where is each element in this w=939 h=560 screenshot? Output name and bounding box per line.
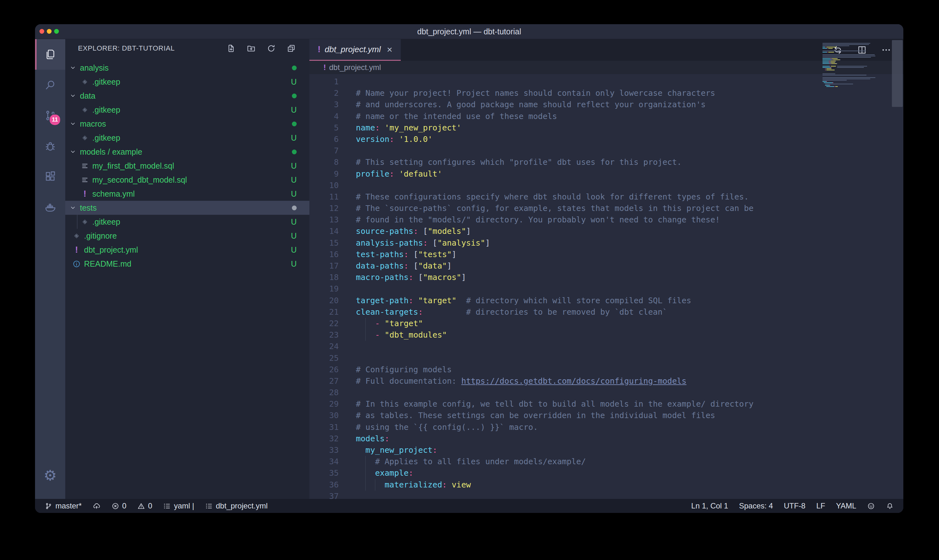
code-line-24[interactable]: 24 [309, 341, 904, 352]
code-token [394, 169, 399, 178]
tree-item-models-example[interactable]: models / example [65, 145, 309, 159]
code-line-32[interactable]: 32models: [309, 433, 904, 445]
code-line-28[interactable]: 28 [309, 387, 904, 398]
tree-item-gitkeep[interactable]: .gitkeepU [65, 75, 309, 89]
code-line-5[interactable]: 5name: 'my_new_project' [309, 122, 904, 134]
status-yaml-outline[interactable]: yaml | [163, 502, 194, 510]
code-line-16[interactable]: 16test-paths: ["tests"] [309, 249, 904, 260]
activity-item-source-control[interactable]: 11 [35, 100, 65, 131]
status-publish-changes[interactable] [92, 502, 101, 510]
activity-item-extensions[interactable] [35, 161, 65, 192]
code-line-19[interactable]: 19 [309, 283, 904, 295]
new-folder-button[interactable] [246, 44, 256, 53]
code-line-11[interactable]: 11# These configurations specify where d… [309, 191, 904, 203]
code-line-10[interactable]: 10 [309, 180, 904, 191]
editor-scrollbar-thumb[interactable] [892, 40, 903, 107]
activity-item-explorer[interactable] [35, 39, 65, 70]
status-eol[interactable]: LF [816, 502, 825, 510]
status-cursor-position[interactable]: Ln 1, Col 1 [691, 502, 728, 510]
code-editor[interactable]: 12# Name your project! Project names sho… [309, 74, 904, 499]
tree-item-gitkeep[interactable]: .gitkeepU [65, 103, 309, 117]
code-line-15[interactable]: 15analysis-paths: ["analysis"] [309, 237, 904, 249]
tree-item-data[interactable]: data [65, 89, 309, 103]
code-line-30[interactable]: 30# as tables. These settings can be ove… [309, 410, 904, 421]
code-line-1[interactable]: 1 [309, 76, 904, 88]
status-language-mode[interactable]: YAML [836, 502, 856, 510]
code-line-36[interactable]: 36 materialized: view [309, 479, 904, 491]
code-token: - [375, 319, 380, 328]
refresh-explorer-button[interactable] [266, 44, 276, 53]
minimap-line [822, 47, 890, 48]
code-line-34[interactable]: 34 # Applies to all files under models/e… [309, 456, 904, 468]
code-line-6[interactable]: 6version: '1.0.0' [309, 134, 904, 145]
git-status: U [291, 77, 297, 86]
code-line-33[interactable]: 33 my_new_project: [309, 445, 904, 456]
activity-item-docker[interactable] [35, 192, 65, 222]
tree-item-gitignore[interactable]: .gitignoreU [65, 229, 309, 243]
code-line-23[interactable]: 23 - "dbt_modules" [309, 329, 904, 341]
activity-item-run-debug[interactable] [35, 131, 65, 161]
code-line-9[interactable]: 9profile: 'default' [309, 168, 904, 180]
code-line-21[interactable]: 21clean-targets: # directories to be rem… [309, 306, 904, 318]
tab-bar: ! dbt_project.yml × [309, 39, 904, 61]
code-line-17[interactable]: 17data-paths: ["data"] [309, 260, 904, 272]
code-line-35[interactable]: 35 example: [309, 468, 904, 479]
tree-item-my-first-dbt-model-sql[interactable]: my_first_dbt_model.sqlU [65, 159, 309, 173]
status-active-file-outline-label: dbt_project.yml [216, 502, 268, 510]
status-active-file-outline[interactable]: dbt_project.yml [205, 502, 268, 510]
tree-item-readme-md[interactable]: README.mdU [65, 257, 309, 271]
titlebar[interactable]: dbt_project.yml — dbt-tutorial [35, 24, 904, 39]
code-link[interactable]: https://docs.getdbt.com/docs/configuring… [461, 376, 686, 386]
status-bar-left: master*00yaml |dbt_project.yml [45, 502, 268, 510]
tree-item-my-second-dbt-model-sql[interactable]: my_second_dbt_model.sqlU [65, 173, 309, 187]
tab-dbt-project-yml[interactable]: ! dbt_project.yml × [309, 39, 401, 61]
minimize-window-button[interactable] [47, 29, 52, 34]
activity-item-search[interactable] [35, 70, 65, 100]
code-line-29[interactable]: 29# In this example config, we tell dbt … [309, 398, 904, 410]
code-line-14[interactable]: 14source-paths: ["models"] [309, 226, 904, 237]
close-tab-icon[interactable]: × [387, 44, 393, 55]
new-file-button[interactable] [226, 44, 236, 53]
chevron-down-icon [69, 204, 77, 212]
chevron-down-icon [69, 92, 77, 100]
code-line-18[interactable]: 18macro-paths: ["macros"] [309, 272, 904, 283]
code-line-13[interactable]: 13# found in the "models/" directory. Yo… [309, 214, 904, 226]
status-errors[interactable]: 0 [111, 502, 126, 510]
status-notifications[interactable] [886, 502, 894, 510]
code-line-26[interactable]: 26# Configuring models [309, 364, 904, 375]
code-line-27[interactable]: 27# Full documentation: https://docs.get… [309, 375, 904, 387]
tree-item-analysis[interactable]: analysis [65, 61, 309, 75]
activity-item-settings[interactable]: ⚙ [35, 460, 65, 491]
tree-item-schema-yml[interactable]: !schema.ymlU [65, 187, 309, 201]
code-line-3[interactable]: 3# and underscores. A good package name … [309, 99, 904, 111]
code-line-7[interactable]: 7 [309, 145, 904, 157]
code-line-12[interactable]: 12# The `source-paths` config, for examp… [309, 203, 904, 214]
code-line-2[interactable]: 2# Name your project! Project names shou… [309, 88, 904, 99]
code-line-31[interactable]: 31# using the `{{ config(...) }}` macro. [309, 422, 904, 433]
tree-item-gitkeep[interactable]: .gitkeepU [65, 215, 309, 229]
code-line-8[interactable]: 8# This setting configures which "profil… [309, 157, 904, 168]
status-encoding[interactable]: UTF-8 [784, 502, 805, 510]
status-git-branch[interactable]: master* [45, 502, 82, 510]
code-line-4[interactable]: 4# name or the intended use of these mod… [309, 111, 904, 122]
collapse-folders-button[interactable] [286, 44, 296, 53]
line-number: 13 [309, 214, 339, 226]
breadcrumb[interactable]: ! dbt_project.yml [309, 61, 904, 74]
code-line-22[interactable]: 22 - "target" [309, 318, 904, 329]
tree-item-dbt-project-yml[interactable]: !dbt_project.ymlU [65, 243, 309, 257]
tree-item-macros[interactable]: macros [65, 117, 309, 131]
zoom-window-button[interactable] [54, 29, 59, 34]
status-feedback[interactable] [867, 502, 875, 510]
breadcrumb-item-filename[interactable]: dbt_project.yml [329, 63, 381, 72]
minimap[interactable] [822, 42, 890, 89]
tree-item-gitkeep[interactable]: .gitkeepU [65, 131, 309, 145]
code-line-25[interactable]: 25 [309, 352, 904, 364]
close-window-button[interactable] [40, 29, 44, 34]
code-line-37[interactable]: 37 [309, 491, 904, 499]
explorer-toolbar [226, 44, 296, 53]
status-indentation[interactable]: Spaces: 4 [739, 502, 773, 510]
tree-item-tests[interactable]: tests [65, 201, 309, 215]
code-line-20[interactable]: 20target-path: "target" # directory whic… [309, 295, 904, 306]
minimap-line [822, 76, 890, 77]
status-warnings[interactable]: 0 [137, 502, 152, 510]
